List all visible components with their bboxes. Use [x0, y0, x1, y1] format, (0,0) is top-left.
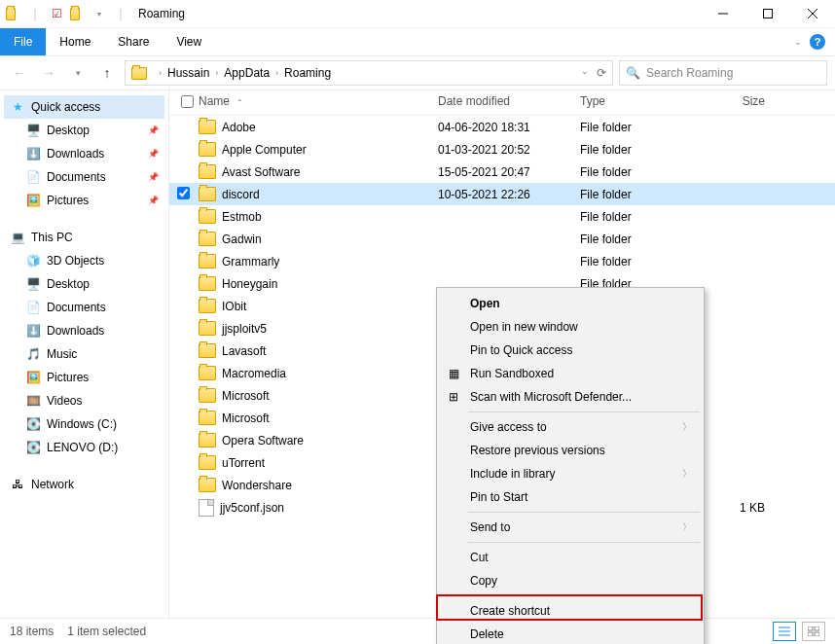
menu-item-delete[interactable]: Delete — [439, 623, 702, 644]
close-button[interactable] — [790, 0, 835, 27]
file-date: 15-05-2021 20:47 — [438, 165, 580, 179]
row-checkbox[interactable] — [177, 187, 190, 199]
qat-dropdown[interactable]: ▾ — [91, 6, 107, 21]
history-dropdown[interactable]: ▾ — [66, 61, 90, 85]
nav-item[interactable]: ⬇️Downloads — [4, 319, 164, 342]
nav-item[interactable]: 💽Windows (C:) — [4, 412, 164, 436]
quick-access-toolbar: | ☑ ▾ | — [6, 6, 128, 21]
menu-label: Delete — [470, 627, 504, 641]
breadcrumb-dropdown-icon[interactable]: ⌄ — [581, 66, 589, 80]
folder-icon — [199, 254, 216, 268]
nav-icon: 🖼️ — [25, 193, 41, 208]
file-row[interactable]: GadwinFile folder — [169, 228, 835, 250]
folder-icon — [199, 433, 216, 447]
folder-icon — [131, 67, 147, 80]
folder-icon — [199, 276, 216, 291]
view-tab[interactable]: View — [163, 28, 215, 55]
folder-icon — [199, 164, 216, 179]
column-name[interactable]: Name ⌃ — [199, 94, 438, 108]
this-pc-root[interactable]: 💻 This PC — [4, 226, 164, 249]
quick-access-root[interactable]: ★ Quick access — [4, 95, 164, 119]
file-row[interactable]: GrammarlyFile folder — [169, 250, 835, 272]
menu-item-pin-to-start[interactable]: Pin to Start — [439, 485, 702, 509]
nav-item[interactable]: 📄Documents — [4, 296, 164, 319]
menu-item-send-to[interactable]: Send to〉 — [439, 516, 702, 539]
up-button[interactable]: ↑ — [95, 61, 119, 85]
chevron-right-icon[interactable]: › — [159, 68, 162, 78]
menu-label: Give access to — [470, 420, 547, 434]
quick-access-label: Quick access — [31, 97, 100, 117]
nav-item[interactable]: 🎞️Videos — [4, 389, 164, 412]
details-view-button[interactable] — [773, 622, 796, 641]
column-date[interactable]: Date modified — [438, 94, 580, 108]
menu-label: Pin to Start — [470, 490, 527, 504]
network-label: Network — [31, 475, 74, 494]
column-type[interactable]: Type — [580, 94, 707, 108]
nav-item[interactable]: 🖥️Desktop📌 — [4, 119, 164, 142]
home-tab[interactable]: Home — [46, 28, 104, 55]
file-name: Opera Software — [222, 434, 304, 447]
minimize-button[interactable] — [701, 0, 745, 27]
nav-label: 3D Objects — [47, 251, 104, 270]
titlebar: | ☑ ▾ | Roaming — [0, 0, 835, 28]
nav-icon: 💽 — [25, 440, 41, 455]
file-row[interactable]: EstmobFile folder — [169, 205, 835, 228]
column-size[interactable]: Size — [707, 94, 765, 108]
menu-item-run-sandboxed[interactable]: ▦Run Sandboxed — [439, 362, 702, 385]
chevron-right-icon[interactable]: › — [275, 68, 278, 78]
file-type: File folder — [580, 165, 707, 179]
breadcrumb-segment[interactable]: Roaming — [284, 66, 331, 80]
menu-item-open-in-new-window[interactable]: Open in new window — [439, 315, 702, 339]
menu-label: Open — [470, 297, 500, 310]
share-tab[interactable]: Share — [104, 28, 163, 55]
breadcrumb-segment[interactable]: AppData — [224, 66, 270, 80]
menu-item-pin-to-quick-access[interactable]: Pin to Quick access — [439, 339, 702, 362]
nav-item[interactable]: 🖼️Pictures📌 — [4, 189, 164, 212]
properties-check-icon[interactable]: ☑ — [49, 6, 64, 21]
network-root[interactable]: 🖧 Network — [4, 473, 164, 496]
file-row[interactable]: discord10-05-2021 22:26File folder — [169, 183, 835, 205]
chevron-right-icon[interactable]: › — [215, 68, 218, 78]
file-name: discord — [222, 188, 260, 201]
menu-item-give-access-to[interactable]: Give access to〉 — [439, 415, 702, 439]
menu-item-scan-with-microsoft-defender-[interactable]: ⊞Scan with Microsoft Defender... — [439, 385, 702, 409]
thumbnails-view-button[interactable] — [802, 622, 825, 641]
help-icon[interactable]: ? — [810, 34, 825, 50]
search-input[interactable]: 🔍 Search Roaming — [619, 60, 827, 86]
nav-item[interactable]: 🎵Music — [4, 342, 164, 366]
file-explorer-window: | ☑ ▾ | Roaming File Home Share View ⌄ ? — [0, 0, 835, 644]
selection-count: 1 item selected — [67, 625, 146, 638]
select-all-checkbox[interactable] — [181, 95, 194, 108]
menu-item-cut[interactable]: Cut — [439, 546, 702, 569]
file-row[interactable]: Adobe04-06-2020 18:31File folder — [169, 116, 835, 138]
refresh-icon[interactable]: ⟳ — [597, 66, 606, 80]
menu-item-include-in-library[interactable]: Include in library〉 — [439, 462, 702, 485]
breadcrumb[interactable]: › Hussain › AppData › Roaming ⌄ ⟳ — [125, 60, 613, 86]
pin-icon: 📌 — [148, 167, 159, 187]
maximize-button[interactable] — [745, 0, 790, 27]
file-type: File folder — [580, 143, 707, 157]
nav-item[interactable]: 🧊3D Objects — [4, 249, 164, 272]
forward-button[interactable]: → — [37, 61, 60, 85]
file-type: File folder — [580, 233, 707, 246]
folder-icon — [199, 366, 216, 380]
ribbon-collapse-icon[interactable]: ⌄ — [794, 37, 802, 47]
nav-item[interactable]: 🖼️Pictures — [4, 366, 164, 389]
nav-item[interactable]: ⬇️Downloads📌 — [4, 142, 164, 165]
menu-item-create-shortcut[interactable]: Create shortcut — [439, 599, 702, 623]
nav-item[interactable]: 💽LENOVO (D:) — [4, 436, 164, 459]
menu-item-restore-previous-versions[interactable]: Restore previous versions — [439, 439, 702, 462]
sort-asc-icon: ⌃ — [236, 98, 243, 107]
navigation-pane: ★ Quick access 🖥️Desktop📌⬇️Downloads📌📄Do… — [0, 88, 169, 619]
nav-label: Pictures — [47, 191, 89, 210]
folder-icon — [199, 299, 216, 313]
menu-item-open[interactable]: Open — [439, 292, 702, 315]
file-row[interactable]: Avast Software15-05-2021 20:47File folde… — [169, 161, 835, 183]
menu-item-copy[interactable]: Copy — [439, 569, 702, 592]
file-tab[interactable]: File — [0, 28, 46, 55]
back-button[interactable]: ← — [8, 61, 31, 85]
file-row[interactable]: Apple Computer01-03-2021 20:52File folde… — [169, 138, 835, 161]
nav-item[interactable]: 🖥️Desktop — [4, 272, 164, 296]
breadcrumb-segment[interactable]: Hussain — [167, 66, 209, 80]
nav-item[interactable]: 📄Documents📌 — [4, 165, 164, 189]
